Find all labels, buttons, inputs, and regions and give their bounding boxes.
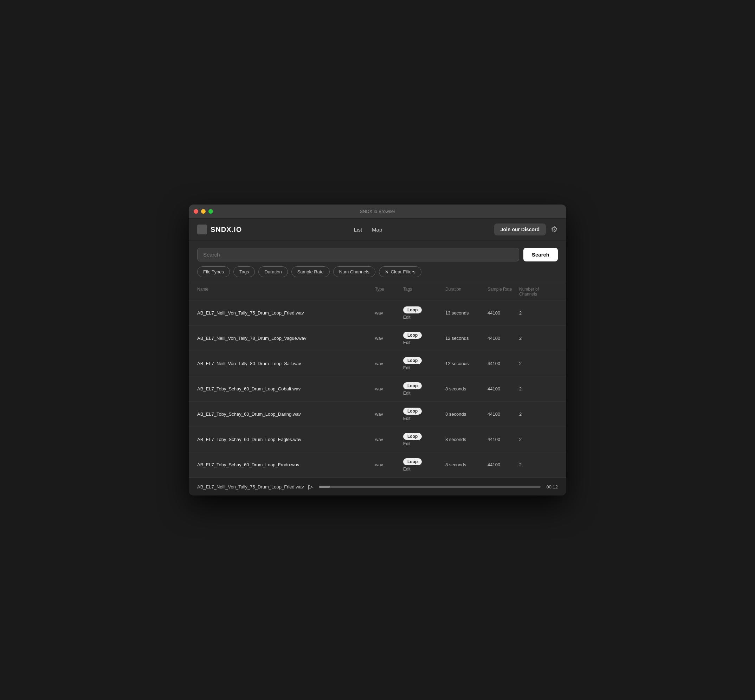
nav-map[interactable]: Map bbox=[372, 227, 382, 233]
progress-bar[interactable] bbox=[319, 486, 541, 488]
tag-loop-3[interactable]: Loop bbox=[403, 382, 422, 389]
file-type-0: wav bbox=[375, 310, 403, 316]
traffic-lights bbox=[194, 209, 213, 214]
file-name-0: AB_EL7_Neill_Von_Tally_75_Drum_Loop_Frie… bbox=[197, 310, 375, 316]
file-name-3: AB_EL7_Toby_Schay_60_Drum_Loop_Cobalt.wa… bbox=[197, 386, 375, 391]
channels-4: 2 bbox=[519, 411, 558, 417]
tags-cell-4: Loop Edit bbox=[403, 408, 445, 421]
tags-cell-5: Loop Edit bbox=[403, 433, 445, 446]
clear-filters-button[interactable]: ✕ Clear Filters bbox=[379, 266, 421, 277]
minimize-button[interactable] bbox=[201, 209, 206, 214]
sample-rate-0: 44100 bbox=[488, 310, 519, 316]
sample-rate-6: 44100 bbox=[488, 462, 519, 467]
edit-link-1[interactable]: Edit bbox=[403, 340, 411, 345]
title-bar: SNDX.io Browser bbox=[189, 205, 566, 219]
tag-loop-6[interactable]: Loop bbox=[403, 458, 422, 465]
file-type-2: wav bbox=[375, 361, 403, 366]
tag-loop-1[interactable]: Loop bbox=[403, 332, 422, 339]
file-table: Name Type Tags Duration Sample Rate Numb… bbox=[189, 283, 566, 478]
file-name-6: AB_EL7_Toby_Schay_60_Drum_Loop_Frodo.wav bbox=[197, 462, 375, 467]
file-type-5: wav bbox=[375, 437, 403, 442]
tags-cell-3: Loop Edit bbox=[403, 382, 445, 396]
logo-icon bbox=[197, 225, 207, 234]
table-body: AB_EL7_Neill_Von_Tally_75_Drum_Loop_Frie… bbox=[189, 300, 566, 478]
duration-0: 13 seconds bbox=[445, 310, 488, 316]
file-name-4: AB_EL7_Toby_Schay_60_Drum_Loop_Daring.wa… bbox=[197, 411, 375, 417]
table-row[interactable]: AB_EL7_Neill_Von_Tally_78_Drum_Loop_Vagu… bbox=[189, 326, 566, 351]
edit-link-4[interactable]: Edit bbox=[403, 416, 411, 421]
tag-loop-4[interactable]: Loop bbox=[403, 408, 422, 415]
edit-link-6[interactable]: Edit bbox=[403, 467, 411, 472]
duration-1: 12 seconds bbox=[445, 336, 488, 341]
table-row[interactable]: AB_EL7_Toby_Schay_60_Drum_Loop_Frodo.wav… bbox=[189, 452, 566, 478]
channels-1: 2 bbox=[519, 336, 558, 341]
search-row: Search bbox=[197, 248, 558, 261]
tags-cell-6: Loop Edit bbox=[403, 458, 445, 472]
table-row[interactable]: AB_EL7_Toby_Schay_60_Drum_Loop_Cobalt.wa… bbox=[189, 377, 566, 402]
channels-2: 2 bbox=[519, 361, 558, 366]
file-type-4: wav bbox=[375, 411, 403, 417]
header: SNDX.IO List Map Join our Discord ⚙ bbox=[189, 219, 566, 241]
duration-6: 8 seconds bbox=[445, 462, 488, 467]
logo-text: SNDX.IO bbox=[211, 226, 242, 234]
search-button[interactable]: Search bbox=[524, 248, 558, 261]
edit-link-0[interactable]: Edit bbox=[403, 315, 411, 320]
table-row[interactable]: AB_EL7_Neill_Von_Tally_75_Drum_Loop_Frie… bbox=[189, 300, 566, 326]
table-row[interactable]: AB_EL7_Toby_Schay_60_Drum_Loop_Eagles.wa… bbox=[189, 427, 566, 452]
sample-rate-1: 44100 bbox=[488, 336, 519, 341]
table-row[interactable]: AB_EL7_Toby_Schay_60_Drum_Loop_Daring.wa… bbox=[189, 402, 566, 427]
file-name-2: AB_EL7_Neill_Von_Tally_80_Drum_Loop_Sail… bbox=[197, 361, 375, 366]
player-time: 00:12 bbox=[546, 484, 558, 489]
channels-6: 2 bbox=[519, 462, 558, 467]
close-button[interactable] bbox=[194, 209, 198, 214]
table-row[interactable]: AB_EL7_Neill_Von_Tally_80_Drum_Loop_Sail… bbox=[189, 351, 566, 377]
duration-4: 8 seconds bbox=[445, 411, 488, 417]
file-name-5: AB_EL7_Toby_Schay_60_Drum_Loop_Eagles.wa… bbox=[197, 437, 375, 442]
filter-row: File Types Tags Duration Sample Rate Num… bbox=[197, 266, 558, 277]
search-input[interactable] bbox=[197, 248, 519, 261]
filter-tags[interactable]: Tags bbox=[233, 266, 255, 277]
header-right: Join our Discord ⚙ bbox=[494, 223, 558, 236]
col-name: Name bbox=[197, 287, 375, 297]
col-num-channels: Number of Channels bbox=[519, 287, 558, 297]
file-name-1: AB_EL7_Neill_Von_Tally_78_Drum_Loop_Vagu… bbox=[197, 336, 375, 341]
file-type-1: wav bbox=[375, 336, 403, 341]
duration-5: 8 seconds bbox=[445, 437, 488, 442]
filter-sample-rate[interactable]: Sample Rate bbox=[291, 266, 330, 277]
tag-loop-5[interactable]: Loop bbox=[403, 433, 422, 440]
table-header: Name Type Tags Duration Sample Rate Numb… bbox=[189, 283, 566, 300]
x-icon: ✕ bbox=[385, 269, 389, 275]
col-duration: Duration bbox=[445, 287, 488, 297]
play-button[interactable]: ▷ bbox=[308, 483, 313, 491]
edit-link-3[interactable]: Edit bbox=[403, 391, 411, 396]
app-window: SNDX.io Browser SNDX.IO List Map Join ou… bbox=[189, 205, 566, 495]
edit-link-2[interactable]: Edit bbox=[403, 366, 411, 370]
channels-3: 2 bbox=[519, 386, 558, 391]
settings-icon[interactable]: ⚙ bbox=[551, 225, 558, 234]
tag-loop-2[interactable]: Loop bbox=[403, 357, 422, 364]
main-nav: List Map bbox=[354, 227, 382, 233]
tag-loop-0[interactable]: Loop bbox=[403, 306, 422, 314]
nav-list[interactable]: List bbox=[354, 227, 362, 233]
filter-num-channels[interactable]: Num Channels bbox=[333, 266, 375, 277]
sample-rate-2: 44100 bbox=[488, 361, 519, 366]
col-sample-rate: Sample Rate bbox=[488, 287, 519, 297]
filter-file-types[interactable]: File Types bbox=[197, 266, 230, 277]
col-type: Type bbox=[375, 287, 403, 297]
player-bar: AB_EL7_Neill_Von_Tally_75_Drum_Loop_Frie… bbox=[189, 478, 566, 495]
duration-2: 12 seconds bbox=[445, 361, 488, 366]
tags-cell-0: Loop Edit bbox=[403, 306, 445, 320]
progress-fill bbox=[319, 486, 330, 488]
logo: SNDX.IO bbox=[197, 225, 242, 234]
channels-5: 2 bbox=[519, 437, 558, 442]
discord-button[interactable]: Join our Discord bbox=[494, 223, 546, 236]
filter-duration[interactable]: Duration bbox=[258, 266, 288, 277]
file-type-6: wav bbox=[375, 462, 403, 467]
tags-cell-1: Loop Edit bbox=[403, 332, 445, 345]
maximize-button[interactable] bbox=[208, 209, 213, 214]
search-area: Search File Types Tags Duration Sample R… bbox=[189, 241, 566, 283]
clear-filters-label: Clear Filters bbox=[391, 269, 416, 275]
tags-cell-2: Loop Edit bbox=[403, 357, 445, 370]
edit-link-5[interactable]: Edit bbox=[403, 441, 411, 446]
sample-rate-4: 44100 bbox=[488, 411, 519, 417]
